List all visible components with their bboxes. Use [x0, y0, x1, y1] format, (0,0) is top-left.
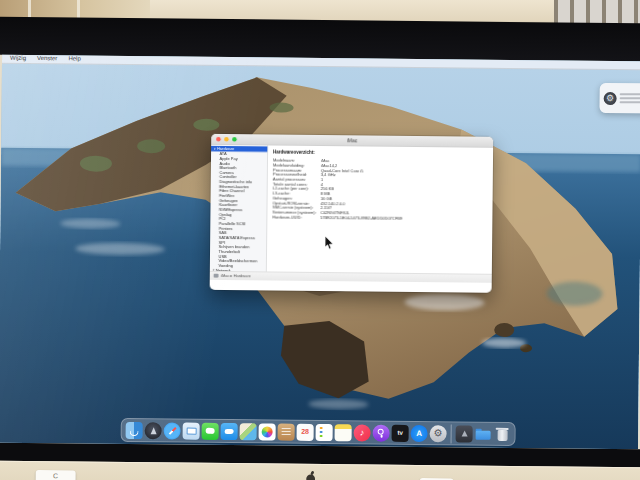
statusbar-path: iMac ▸ Hardware: [221, 273, 251, 278]
system-information-window: iMac Hardware ATA Apple Pay Audio Blueto…: [210, 134, 494, 293]
reminder-dots-icon: [320, 427, 323, 430]
dock-icon-facetime[interactable]: [221, 422, 238, 439]
menu-item-venster[interactable]: Venster: [37, 55, 57, 62]
address-book-icon: [282, 427, 291, 436]
notification-text-lines: [620, 91, 640, 105]
dock-icon-podcasts[interactable]: [373, 424, 390, 441]
gear-icon: ⚙: [604, 91, 617, 104]
podcast-icon: [378, 428, 384, 434]
dock-icon-finder[interactable]: [126, 421, 143, 438]
gears-icon: ⚙: [430, 427, 447, 438]
price-sticker-left: C: [36, 470, 76, 480]
dock-icon-reminders[interactable]: [316, 423, 333, 440]
chip-icon: [461, 430, 467, 436]
dock-icon-downloads-folder[interactable]: [475, 425, 492, 442]
app-store-a-icon: A: [411, 428, 428, 437]
traffic-lights: [216, 137, 237, 142]
video-camera-icon: [225, 429, 234, 434]
close-button[interactable]: [216, 137, 221, 142]
finder-face-icon: [130, 431, 139, 436]
dock-icon-tv[interactable]: tv: [392, 424, 409, 441]
dock-icon-maps[interactable]: [240, 423, 257, 440]
screen: Wijzig Venster Help ⚙ iMac: [0, 55, 640, 450]
minimize-button[interactable]: [224, 137, 229, 142]
speech-bubble-icon: [206, 427, 215, 433]
menu-item-help[interactable]: Help: [68, 55, 80, 62]
dock-icon-system-preferences[interactable]: ⚙: [430, 425, 447, 442]
dock-icon-calendar[interactable]: 28: [297, 423, 314, 440]
computer-icon: [214, 274, 219, 278]
trash-bin-icon: [497, 429, 507, 440]
dock-icon-music[interactable]: ♪: [354, 424, 371, 441]
menu-item-wijzig[interactable]: Wijzig: [10, 55, 26, 62]
hardware-overview-pane: Hardwareoverzicht: Modelnaam:iMac Modela…: [267, 145, 493, 273]
content-header: Hardwareoverzicht:: [273, 150, 488, 157]
mouse-cursor: [324, 236, 334, 250]
dock-icon-contacts[interactable]: [278, 423, 295, 440]
notification-banner[interactable]: ⚙: [600, 83, 640, 114]
photo-canvas: Wijzig Venster Help ⚙ iMac: [0, 0, 640, 480]
spec-row-hardware-uuid: Hardware-UUID:57B92073-5E04-5473-89B2-AE…: [272, 214, 487, 221]
music-note-icon: ♪: [354, 427, 371, 437]
calendar-day-label: 28: [297, 427, 314, 434]
sysinfo-sidebar: Hardware ATA Apple Pay Audio Bluetooth C…: [210, 145, 268, 272]
dock-icon-mail[interactable]: [183, 422, 200, 439]
folder-icon: [476, 430, 491, 439]
imac-device: Wijzig Venster Help ⚙ iMac: [0, 17, 640, 480]
apple-logo: [306, 471, 316, 480]
pinwheel-icon: [262, 426, 273, 437]
envelope-icon: [186, 427, 196, 434]
dock-icon-system-information[interactable]: [456, 425, 473, 442]
tv-logo-icon: tv: [392, 429, 409, 435]
dock-separator: [451, 424, 452, 443]
dock-icon-safari[interactable]: [164, 422, 181, 439]
window-title: iMac: [347, 138, 358, 144]
dock-icon-trash[interactable]: [494, 425, 511, 442]
dock-icon-launchpad[interactable]: [145, 422, 162, 439]
dock-icon-photos[interactable]: [259, 423, 276, 440]
compass-icon: [168, 427, 176, 435]
zoom-button[interactable]: [232, 137, 237, 142]
dock-icon-notes[interactable]: [335, 424, 352, 441]
sidebar-section-netwerk[interactable]: Netwerk: [210, 268, 267, 272]
dock: 28 ♪ tv A ⚙: [121, 418, 516, 446]
dock-icon-messages[interactable]: [202, 422, 219, 439]
dock-icon-app-store[interactable]: A: [411, 424, 428, 441]
rocket-icon: [150, 427, 156, 434]
